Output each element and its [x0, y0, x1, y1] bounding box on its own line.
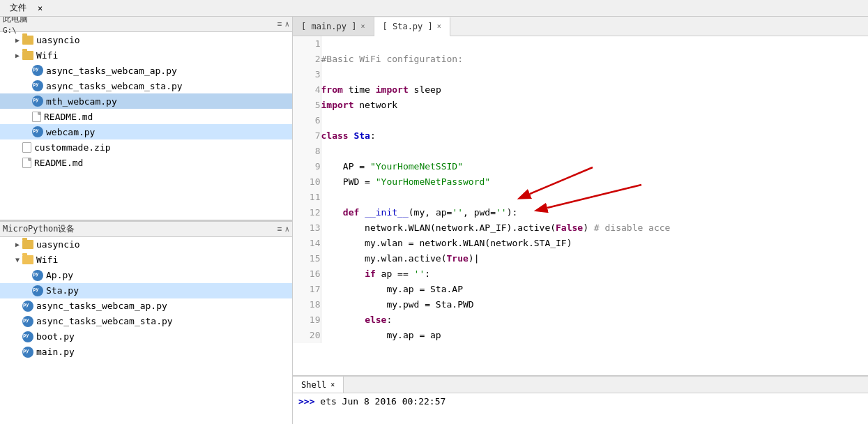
- line-number: 8: [293, 144, 321, 159]
- tree-label: main.py: [36, 347, 75, 357]
- code-text: )|: [469, 253, 480, 264]
- code-line: my.wlan.active(True)|: [321, 251, 868, 266]
- tree-item-async-sta[interactable]: async_tasks_webcam_sta.py: [0, 78, 292, 93]
- table-row: 2 #Basic WiFi configuration:: [293, 52, 868, 67]
- table-row: 16 if ap == '':: [293, 266, 868, 282]
- tree-item-webcam[interactable]: webcam.py: [0, 124, 292, 139]
- arrow-icon: ▶: [13, 36, 22, 44]
- tree-label: README.md: [34, 158, 83, 168]
- code-text: (my, ap=: [409, 207, 452, 218]
- tree-label: mth_webcam.py: [46, 96, 117, 107]
- string-value: '': [414, 268, 425, 279]
- zip-icon: [22, 142, 31, 153]
- sidebar-bottom-collapse-icon[interactable]: ∧: [284, 225, 289, 234]
- string-value: '': [452, 207, 463, 218]
- tree-item-mth-webcam[interactable]: mth_webcam.py: [0, 93, 292, 109]
- tree-item-custommade[interactable]: custommade.zip: [0, 139, 292, 155]
- table-row: 5 import network: [293, 98, 868, 113]
- folder-icon: [22, 36, 33, 45]
- tree-item-wifi-top[interactable]: ▶ Wifi: [0, 47, 292, 63]
- code-text: [359, 207, 365, 218]
- tab-sta-py[interactable]: [ Sta.py ] ×: [374, 17, 450, 36]
- tree-label: uasyncio: [36, 239, 80, 250]
- tree-item-readme-wifi[interactable]: README.md: [0, 109, 292, 124]
- shell-output: ets Jun 8 2016 00:22:57: [314, 396, 446, 407]
- file-icon: [32, 112, 41, 122]
- keyword: True: [447, 253, 469, 264]
- tree-item-main-py-bot[interactable]: main.py: [0, 344, 292, 360]
- tree-label: async_tasks_webcam_sta.py: [46, 81, 183, 91]
- tree-item-boot-py[interactable]: boot.py: [0, 329, 292, 344]
- tree-item-wifi-bot[interactable]: ▼ Wifi: [0, 252, 292, 268]
- shell-tab-bar: Shell ×: [293, 377, 868, 393]
- tree-label: Ap.py: [46, 270, 73, 280]
- code-text: network.WLAN(network.AP_IF).active(: [321, 222, 556, 233]
- table-row: 20 my.ap = ap: [293, 328, 868, 343]
- tree-item-uasyncio-bot[interactable]: ▶ uasyncio: [0, 237, 292, 252]
- keyword: if: [365, 268, 376, 279]
- code-text: time: [343, 84, 376, 95]
- sidebar: 此电脑 G:\ ≡ ∧ ▶ uasyncio ▶ Wifi: [0, 17, 293, 424]
- tree-item-ap-py[interactable]: Ap.py: [0, 268, 292, 283]
- tree-item-sta-py[interactable]: Sta.py: [0, 283, 292, 298]
- menu-file[interactable]: 文件: [4, 1, 32, 15]
- line-number: 1: [293, 36, 321, 52]
- code-text: [321, 207, 343, 218]
- shell-tab[interactable]: Shell ×: [293, 377, 344, 393]
- code-line: [321, 144, 868, 159]
- tab-close-icon[interactable]: ×: [360, 22, 365, 30]
- sidebar-top-header: 此电脑 G:\ ≡ ∧: [0, 17, 292, 32]
- code-text: ap ==: [376, 268, 414, 279]
- table-row: 18 my.pwd = Sta.PWD: [293, 297, 868, 312]
- code-text: PWD =: [321, 176, 376, 187]
- python-icon: [22, 316, 33, 327]
- shell-tab-label: Shell: [301, 380, 326, 390]
- tab-main-py[interactable]: [ main.py ] ×: [293, 17, 374, 36]
- folder-icon: [22, 51, 33, 60]
- keyword: from: [321, 84, 343, 95]
- sidebar-top-menu-icon[interactable]: ≡: [277, 20, 282, 29]
- tree-item-async-ap[interactable]: async_tasks_webcam_ap.py: [0, 63, 292, 78]
- arrow-icon: ▶: [13, 52, 22, 59]
- sidebar-top-collapse-icon[interactable]: ∧: [284, 20, 289, 29]
- code-text: [321, 268, 365, 279]
- python-icon: [22, 331, 33, 342]
- tree-item-uasyncio-top[interactable]: ▶ uasyncio: [0, 32, 292, 47]
- menu-close[interactable]: ×: [32, 2, 48, 15]
- editor-area: [ main.py ] × [ Sta.py ] ×: [293, 17, 868, 424]
- table-row: 1: [293, 36, 868, 52]
- line-number: 14: [293, 236, 321, 251]
- function-name: __init__: [365, 207, 409, 218]
- code-text: my.pwd = Sta.PWD: [321, 299, 474, 310]
- editor-wrapper: 1 2 #Basic WiFi configuration: 3: [293, 36, 868, 424]
- code-text: :: [425, 268, 430, 279]
- tab-bar: [ main.py ] × [ Sta.py ] ×: [293, 17, 868, 36]
- line-number: 16: [293, 266, 321, 282]
- tab-close-icon[interactable]: ×: [437, 22, 441, 30]
- table-row: 9 AP = "YourHomeNetSSID": [293, 159, 868, 174]
- keyword: class: [321, 130, 349, 141]
- sidebar-top-icons: ≡ ∧: [277, 20, 289, 29]
- tree-label: async_tasks_webcam_ap.py: [36, 301, 167, 311]
- code-line: my.wlan = network.WLAN(network.STA_IF): [321, 236, 868, 251]
- tree-item-async-ap-bot[interactable]: async_tasks_webcam_ap.py: [0, 298, 292, 314]
- string-value: "YourHomeNetPassword": [376, 176, 490, 187]
- code-area[interactable]: 1 2 #Basic WiFi configuration: 3: [293, 36, 868, 375]
- shell-content[interactable]: >>> ets Jun 8 2016 00:22:57: [293, 393, 868, 409]
- code-text: sleep: [409, 84, 441, 95]
- tree-item-readme-top[interactable]: README.md: [0, 155, 292, 170]
- sidebar-bottom-section: MicroPython设备 ≡ ∧ ▶ uasyncio ▼ Wifi: [0, 222, 292, 425]
- line-number: 7: [293, 128, 321, 144]
- sidebar-bottom-header: MicroPython设备 ≡ ∧: [0, 222, 292, 237]
- shell-container: Shell × >>> ets Jun 8 2016 00:22:57: [293, 375, 868, 424]
- table-row: 15 my.wlan.active(True)|: [293, 251, 868, 266]
- tree-label: Wifi: [36, 50, 58, 61]
- python-icon: [32, 65, 43, 76]
- tree-label: async_tasks_webcam_sta.py: [36, 316, 173, 326]
- shell-tab-close[interactable]: ×: [330, 381, 335, 388]
- keyword: False: [556, 222, 583, 233]
- table-row: 3: [293, 67, 868, 82]
- line-number: 11: [293, 190, 321, 205]
- sidebar-bottom-menu-icon[interactable]: ≡: [277, 225, 282, 234]
- tree-item-async-sta-bot[interactable]: async_tasks_webcam_sta.py: [0, 314, 292, 329]
